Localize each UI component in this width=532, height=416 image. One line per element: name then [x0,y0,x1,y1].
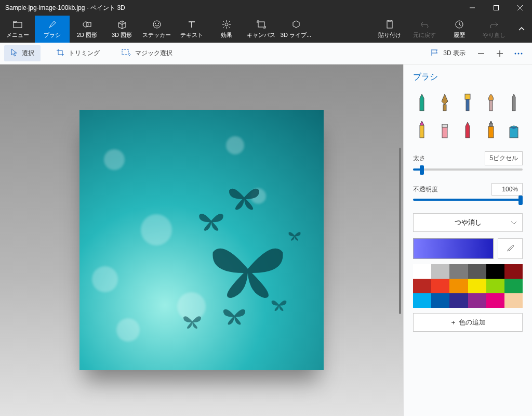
view-3d-toggle[interactable]: 3D 表示 [424,46,472,61]
crayon-tool[interactable] [459,119,476,139]
crop-label: トリミング [69,49,100,58]
more-options-button[interactable] [509,44,528,63]
palette-color[interactable] [431,293,449,308]
svg-line-15 [223,21,224,22]
calligraphy-pen-tool[interactable] [436,92,454,112]
watercolor-tool[interactable] [482,92,500,112]
pencil-tool[interactable] [413,119,431,139]
tool-options-bar: 選択 トリミング マジック選択 3D 表示 [0,43,532,64]
chevron-down-icon [511,219,517,227]
magic-select-icon [122,49,131,58]
current-color-swatch[interactable] [413,238,494,259]
fill-tool[interactable] [505,119,523,139]
palette-color[interactable] [449,264,468,279]
svg-point-33 [521,53,523,54]
palette-color[interactable] [504,264,523,279]
palette-color[interactable] [431,279,449,293]
thickness-slider[interactable] [413,168,523,171]
add-color-label: 色の追加 [459,318,486,326]
paste-button[interactable]: 貼り付け [372,16,407,43]
canvas-workspace[interactable] [0,64,403,416]
palette-color[interactable] [486,293,504,308]
text-label: テキスト [180,31,203,39]
palette-color[interactable] [449,279,468,293]
library-3d-label: 3D ライブ... [281,31,311,39]
close-button[interactable] [508,0,532,16]
palette-color[interactable] [449,293,468,308]
view-3d-label: 3D 表示 [443,49,466,58]
shapes-3d-tab[interactable]: 3D 図形 [104,16,139,43]
shapes-2d-tab[interactable]: 2D 図形 [70,16,104,43]
history-icon [455,19,464,30]
palette-color[interactable] [431,264,449,279]
oil-brush-tool[interactable] [459,92,476,112]
clipboard-icon [386,19,393,30]
folder-icon [13,19,22,30]
library-3d-tab[interactable]: 3D ライブ... [278,16,313,43]
eyedropper-button[interactable] [498,238,523,259]
opacity-input[interactable]: 100% [491,183,523,196]
redo-button[interactable]: やり直し [476,16,511,43]
palette-color[interactable] [413,293,431,308]
paste-label: 貼り付け [378,31,401,39]
history-button[interactable]: 履歴 [442,16,476,43]
vertical-scrollbar[interactable] [399,148,401,314]
opacity-label: 不透明度 [413,185,438,194]
svg-rect-34 [465,94,470,99]
redo-icon [489,19,499,30]
crop-tool[interactable]: トリミング [50,45,106,61]
svg-point-8 [155,23,156,24]
text-tab[interactable]: テキスト [174,16,209,43]
svg-line-18 [223,27,224,28]
zoom-in-button[interactable] [490,44,509,63]
material-dropdown[interactable]: つや消し [413,213,523,232]
zoom-out-button[interactable] [472,44,490,63]
svg-point-9 [158,23,159,24]
palette-color[interactable] [413,264,431,279]
svg-rect-36 [489,100,493,111]
add-color-button[interactable]: ＋ 色の追加 [413,313,523,332]
eraser-tool[interactable] [436,119,454,139]
minimize-button[interactable] [460,0,484,16]
palette-color[interactable] [468,279,486,293]
undo-button[interactable]: 元に戻す [407,16,442,43]
palette-color[interactable] [468,293,486,308]
cursor-icon [10,48,18,58]
opacity-slider[interactable] [413,199,523,201]
svg-point-31 [515,53,516,54]
canvas-tab[interactable]: キャンバス [244,16,278,43]
thickness-label: 太さ [413,154,425,163]
palette-color[interactable] [486,279,504,293]
palette-color[interactable] [504,279,523,293]
menu-button[interactable]: メニュー [0,16,35,43]
maximize-button[interactable] [484,0,508,16]
svg-rect-35 [466,99,469,111]
svg-point-32 [518,53,520,54]
palette-color[interactable] [486,264,504,279]
select-tool[interactable]: 選択 [4,45,41,61]
palette-color[interactable] [504,293,523,308]
redo-label: やり直し [483,31,506,39]
marker-tool[interactable] [413,92,431,112]
thickness-input[interactable]: 5ピクセル [485,151,523,165]
brush-label: ブラシ [44,31,61,39]
sticker-tab[interactable]: ステッカー [139,16,174,43]
spray-can-tool[interactable] [482,119,500,139]
brush-tab[interactable]: ブラシ [35,16,70,43]
menu-label: メニュー [6,31,29,39]
canvas-image[interactable] [79,110,324,370]
collapse-ribbon-button[interactable] [511,16,532,43]
palette-color[interactable] [468,264,486,279]
svg-rect-39 [488,126,494,138]
title-bar: Sample-jpg-image-100kb.jpg - ペイント 3D [0,0,532,16]
history-label: 履歴 [454,31,465,39]
svg-rect-6 [87,22,91,27]
select-label: 選択 [22,49,34,58]
pixel-pen-tool[interactable] [505,92,523,112]
svg-point-10 [225,23,228,26]
magic-select-tool[interactable]: マジック選択 [115,46,179,61]
palette-color[interactable] [413,279,431,293]
svg-rect-38 [442,124,447,127]
effects-tab[interactable]: 効果 [209,16,244,43]
svg-point-7 [153,21,161,28]
